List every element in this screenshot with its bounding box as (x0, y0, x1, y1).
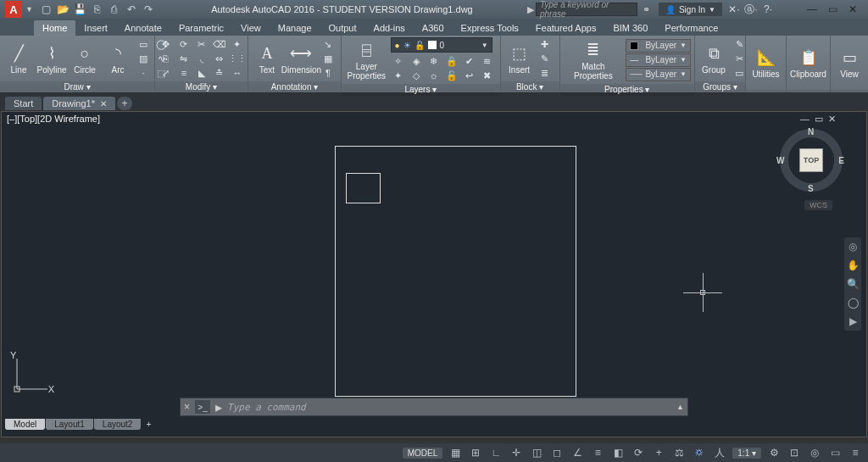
explode-icon[interactable]: ✦ (230, 37, 245, 51)
viewcube-west[interactable]: W (776, 156, 784, 165)
help-icon[interactable]: ?· (761, 3, 775, 16)
line-button[interactable]: ╱Line (3, 41, 34, 76)
layulk-icon[interactable]: 🔓 (444, 69, 459, 82)
laydel-icon[interactable]: ✖ (480, 69, 495, 82)
arc-button[interactable]: ◝Arc (103, 41, 133, 76)
nav-orbit-icon[interactable]: ◯ (847, 297, 859, 309)
stayconnected-icon[interactable]: ⓐ· (744, 3, 758, 16)
window-close-button[interactable]: ✕ (843, 3, 863, 15)
grid-toggle-icon[interactable]: ▦ (448, 446, 463, 459)
qat-undo-icon[interactable]: ↶ (125, 3, 138, 16)
panel-modify-label[interactable]: Modify ▾ (155, 81, 248, 93)
rectangle-icon[interactable]: ▭ (136, 37, 151, 51)
laymcur-icon[interactable]: ✔ (462, 54, 477, 68)
tab-output[interactable]: Output (320, 20, 365, 36)
customize-status-icon[interactable]: ≡ (848, 446, 863, 459)
panel-properties-label[interactable]: Properties ▾ (560, 84, 694, 96)
stretch-icon[interactable]: ⇔ (212, 52, 227, 65)
array-icon[interactable]: ⋮⋮ (230, 52, 245, 65)
create-block-icon[interactable]: ✚ (537, 37, 553, 51)
utilities-button[interactable]: 📐Utilities (749, 45, 782, 81)
transparency-toggle-icon[interactable]: ◧ (610, 446, 626, 459)
help-search-input[interactable]: Type a keyword or phrase (536, 3, 637, 16)
fillet-icon[interactable]: ◟ (194, 52, 209, 65)
group-edit-icon[interactable]: ✎ (732, 37, 747, 51)
cmdline-history-icon[interactable]: ▲ (676, 403, 684, 411)
tab-annotate[interactable]: Annotate (116, 20, 170, 36)
layuniso-icon[interactable]: ◇ (409, 69, 424, 82)
selection-cycling-icon[interactable]: ⟳ (631, 446, 646, 459)
tab-parametric[interactable]: Parametric (170, 20, 232, 36)
qat-saveas-icon[interactable]: ⎘ (91, 3, 104, 16)
panel-annotation-label[interactable]: Annotation ▾ (248, 81, 341, 93)
color-combo[interactable]: ByLayer▼ (626, 39, 691, 53)
vp-minimize-icon[interactable]: — (800, 114, 810, 125)
viewcube-south[interactable]: S (808, 184, 814, 193)
nav-wheel-icon[interactable]: ◎ (847, 241, 859, 253)
close-tab-icon[interactable]: ✕ (100, 99, 107, 109)
clipboard-button[interactable]: 📋Clipboard (790, 45, 826, 81)
new-doc-tab-button[interactable]: + (117, 97, 132, 110)
lineweight-toggle-icon[interactable]: ≡ (590, 446, 605, 459)
erase-icon[interactable]: ⌫ (212, 37, 227, 51)
otrack-toggle-icon[interactable]: ∠ (570, 446, 585, 459)
circle-button[interactable]: ○Circle (70, 41, 100, 76)
ungroup-icon[interactable]: ✂ (732, 52, 747, 65)
wcs-indicator[interactable]: WCS (804, 200, 832, 210)
annovis-icon[interactable]: ⛭ (692, 446, 707, 459)
viewcube[interactable]: TOP N S E W (780, 129, 843, 192)
doc-tab-drawing1[interactable]: Drawing1*✕ (43, 97, 115, 110)
workspace-switch-icon[interactable]: ⚙ (766, 446, 782, 459)
isodraft-toggle-icon[interactable]: ◫ (529, 446, 544, 459)
edit-block-icon[interactable]: ✎ (537, 52, 553, 65)
layer-properties-button[interactable]: ⌸Layer Properties (345, 37, 388, 82)
laythw-icon[interactable]: ☼ (426, 69, 442, 82)
panel-groups-label[interactable]: Groups ▾ (695, 81, 745, 93)
exchange-apps-icon[interactable]: ✕· (727, 3, 741, 16)
point-icon[interactable]: · (136, 66, 151, 80)
cmdline-prompt-icon[interactable]: >_ (195, 400, 210, 414)
layer-combo[interactable]: ● ☀ 🔓 0 ▼ (391, 37, 492, 53)
viewcube-face-top[interactable]: TOP (800, 149, 822, 171)
tab-manage[interactable]: Manage (270, 20, 320, 36)
signin-button[interactable]: 👤 Sign In ▼ (659, 3, 722, 16)
ucs-icon[interactable]: Y X (10, 350, 54, 394)
attr-edit-icon[interactable]: ≣ (537, 66, 553, 80)
window-maximize-button[interactable]: ▭ (822, 3, 843, 15)
layiso-icon[interactable]: ◈ (409, 54, 424, 68)
layfrz-icon[interactable]: ❄ (426, 54, 442, 68)
text-button[interactable]: AText (252, 41, 282, 76)
tab-home[interactable]: Home (34, 20, 75, 36)
tab-addins[interactable]: Add-ins (365, 20, 414, 36)
tab-featured-apps[interactable]: Featured Apps (527, 20, 605, 36)
cleanscreen-icon[interactable]: ▭ (827, 446, 843, 459)
isolate-objects-icon[interactable]: ◎ (807, 446, 822, 459)
mirror-icon[interactable]: ⇋ (176, 52, 192, 65)
command-input[interactable]: Type a command (227, 402, 671, 413)
qat-redo-icon[interactable]: ↷ (142, 3, 155, 16)
trim-icon[interactable]: ✂ (194, 37, 209, 51)
tab-view[interactable]: View (232, 20, 270, 36)
mtext-icon[interactable]: ¶ (320, 66, 336, 80)
view-button[interactable]: ▭View (834, 45, 865, 81)
nav-zoom-icon[interactable]: 🔍 (847, 278, 859, 290)
qat-plot-icon[interactable]: ⎙ (108, 3, 121, 16)
lineweight-combo[interactable]: —ByLayer▼ (626, 53, 691, 67)
polyline-button[interactable]: ⌇Polyline (36, 41, 67, 76)
dimension-button[interactable]: ⟷Dimension (285, 41, 318, 76)
lengthen-icon[interactable]: ↔ (230, 66, 245, 80)
status-model-toggle[interactable]: MODEL (403, 448, 443, 459)
drawing-area[interactable]: [–][Top][2D Wireframe] — ▭ ✕ TOP N S E W… (1, 111, 867, 437)
laymch-icon[interactable]: ≋ (480, 54, 495, 68)
osnap-toggle-icon[interactable]: ◻ (549, 446, 565, 459)
doc-tab-start[interactable]: Start (5, 97, 42, 110)
layoff-icon[interactable]: ✧ (391, 54, 406, 68)
annoscale-icon[interactable]: ⚖ (671, 446, 687, 459)
hatch-icon[interactable]: ▨ (136, 52, 151, 65)
command-line[interactable]: × >_ ▸ Type a command ▲ (180, 398, 688, 416)
application-menu-icon[interactable]: A (5, 1, 22, 18)
cmdline-close-icon[interactable]: × (184, 401, 190, 413)
leader-icon[interactable]: ↘ (320, 37, 336, 51)
window-minimize-button[interactable]: — (802, 3, 822, 15)
move-icon[interactable]: ✥ (159, 37, 174, 51)
